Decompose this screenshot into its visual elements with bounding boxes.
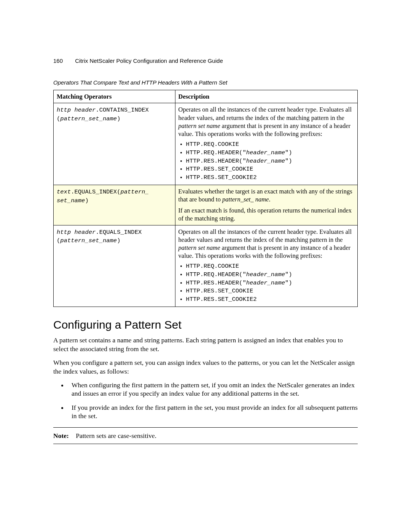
prefix-list: HTTP.REQ.COOKIE HTTP.REQ.HEADER("header_… (178, 263, 354, 304)
description-cell: Operates on all the instances of the cur… (175, 103, 357, 185)
description-cell: Evaluates whether the target is an exact… (175, 185, 357, 225)
table-row: http header.EQUALS_INDEX (pattern_set_na… (54, 225, 358, 307)
body-paragraph: A pattern set contains a name and string… (53, 336, 358, 353)
list-item: When configuring the first pattern in th… (68, 381, 358, 398)
running-header: 160 Citrix NetScaler Policy Configuratio… (53, 57, 358, 64)
operators-table: Matching Operators Description http head… (53, 90, 358, 307)
running-title: Citrix NetScaler Policy Configuration an… (75, 58, 223, 64)
operator-cell: http header.EQUALS_INDEX (pattern_set_na… (54, 225, 175, 307)
list-item: HTTP.RES.HEADER("header_name") (186, 280, 354, 287)
list-item: HTTP.RES.SET_COOKIE2 (186, 174, 354, 182)
list-item: HTTP.REQ.HEADER("header_name") (186, 149, 354, 157)
list-item: HTTP.RES.HEADER("header_name") (186, 158, 354, 165)
page-number: 160 (53, 57, 63, 64)
prefix-list: HTTP.REQ.COOKIE HTTP.REQ.HEADER("header_… (178, 141, 354, 182)
body-paragraph: When you configure a pattern set, you ca… (53, 358, 358, 375)
table-caption: Operators That Compare Text and HTTP Hea… (53, 79, 358, 86)
col-header-operators: Matching Operators (54, 90, 175, 103)
operator-cell: http header.CONTAINS_INDEX (pattern_set_… (54, 103, 175, 185)
list-item: HTTP.REQ.COOKIE (186, 263, 354, 270)
section-heading: Configuring a Pattern Set (53, 318, 358, 332)
table-row: http header.CONTAINS_INDEX (pattern_set_… (54, 103, 358, 185)
note-block: Note: Pattern sets are case-sensitive. (53, 427, 358, 444)
note-label: Note: (53, 432, 69, 439)
note-text: Pattern sets are case-sensitive. (76, 432, 156, 439)
body-bullet-list: When configuring the first pattern in th… (53, 381, 358, 420)
list-item: HTTP.RES.SET_COOKIE (186, 166, 354, 173)
list-item: HTTP.REQ.COOKIE (186, 141, 354, 149)
operator-cell: text.EQUALS_INDEX(pattern_ set_name) (54, 185, 175, 225)
table-row: text.EQUALS_INDEX(pattern_ set_name) Eva… (54, 185, 358, 225)
col-header-description: Description (175, 90, 357, 103)
table-header-row: Matching Operators Description (54, 90, 358, 103)
list-item: HTTP.REQ.HEADER("header_name") (186, 271, 354, 279)
list-item: If you provide an index for the first pa… (68, 403, 358, 420)
description-cell: Operates on all the instances of the cur… (175, 225, 357, 307)
list-item: HTTP.RES.SET_COOKIE2 (186, 296, 354, 304)
list-item: HTTP.RES.SET_COOKIE (186, 288, 354, 295)
